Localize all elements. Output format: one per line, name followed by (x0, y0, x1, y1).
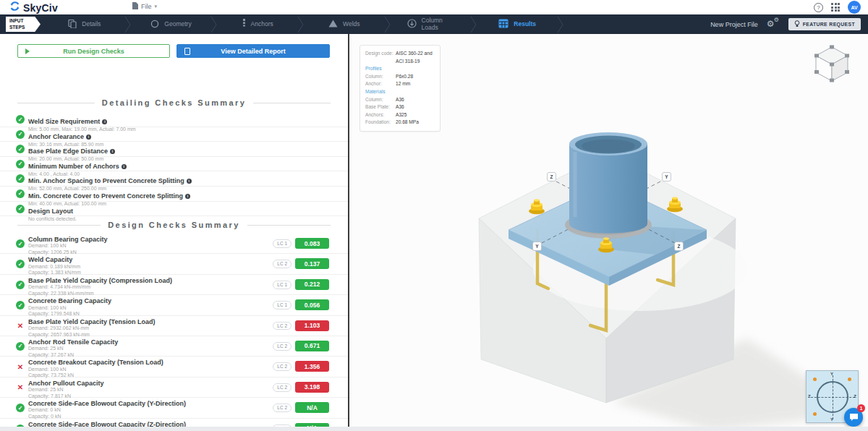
design-checks-heading: Design Checks Summary (17, 221, 331, 229)
materials-link[interactable]: Materials (365, 88, 435, 96)
ratio-badge: 0.671 (295, 341, 329, 351)
tab-label: Geometry (164, 21, 191, 28)
info-icon[interactable]: i (86, 135, 91, 140)
info-icon[interactable]: i (122, 164, 127, 169)
ratio-badge: 0.137 (295, 258, 329, 269)
info-label: Anchor: (365, 80, 396, 88)
tab-separator (124, 14, 132, 34)
check-pass-icon (16, 205, 25, 213)
info-value: 20.68 MPa (396, 119, 419, 127)
skyciv-logo[interactable]: SkyCiv (9, 1, 58, 14)
detailing-check-row: Base Plate Edge Distancei Min: 20.00 mm,… (0, 142, 348, 157)
help-icon[interactable]: ? (814, 3, 823, 12)
info-icon[interactable]: i (187, 179, 192, 184)
info-value: 12 mm (396, 80, 410, 88)
status-icon (16, 301, 25, 310)
design-check-row: Concrete Breakout Capacity (Tension Load… (0, 357, 348, 377)
skyciv-logo-icon (9, 1, 20, 14)
column-loads-icon (407, 19, 417, 30)
settings-gears-icon[interactable]: ⚙⚙ (767, 19, 780, 30)
run-design-checks-button[interactable]: Run Design Checks (17, 44, 170, 58)
axis-label-z: Z (854, 394, 856, 398)
info-label: Anchors: (365, 111, 396, 119)
status-icon (16, 260, 25, 268)
load-case-pill: LC 1 (273, 281, 292, 289)
tab-label: Column Loads (422, 17, 455, 32)
profiles-link[interactable]: Profiles (365, 65, 435, 73)
design-summary-info-box: Design code:AISC 360-22 and ACI 318-19 P… (359, 45, 441, 132)
svg-text:Z: Z (678, 244, 681, 249)
ratio-badge: N/A (295, 402, 329, 413)
info-label: Column: (365, 73, 396, 81)
axis-label-y-top: Y (663, 173, 671, 182)
axis-label-z: Z (808, 394, 811, 398)
info-label: Design code: (365, 50, 396, 65)
chat-icon (849, 413, 859, 422)
check-pass-icon (16, 145, 25, 153)
file-menu-label: File (141, 3, 152, 10)
info-value: A36 (396, 96, 404, 104)
details-icon (68, 20, 77, 30)
feature-request-button[interactable]: FEATURE REQUEST (788, 18, 861, 30)
workflow-nav-bar: INPUTSTEPS Details Geometry Anchors Weld… (0, 14, 868, 34)
tab-anchors[interactable]: Anchors (218, 14, 297, 34)
design-checks-list: Column Bearing Capacity Demand: 100 kN C… (0, 234, 348, 431)
input-steps-tag: INPUTSTEPS (6, 17, 41, 32)
axis-label-y: Y (830, 372, 833, 376)
horizontal-scrollbar[interactable] (0, 427, 868, 431)
info-label: Column: (365, 96, 396, 104)
skyciv-logo-text: SkyCiv (23, 2, 58, 14)
info-value: P6x0.28 (396, 73, 413, 81)
report-button-label: View Detailed Report (221, 48, 285, 55)
design-check-row: Anchor Rod Tensile Capacity Demand: 25 k… (0, 336, 348, 357)
check-pass-icon (16, 174, 25, 183)
file-icon (132, 2, 138, 11)
viewer-panel[interactable]: Z Y Y Z Design code:AISC 360-22 and ACI … (349, 34, 868, 431)
check-pass-icon (16, 189, 25, 198)
info-icon[interactable]: i (110, 149, 115, 154)
file-menu[interactable]: File ▾ (132, 2, 157, 11)
tab-separator (297, 14, 305, 34)
apps-grid-icon[interactable] (831, 3, 840, 12)
load-case-pill: LC 1 (273, 239, 292, 248)
tab-welds[interactable]: Welds (305, 14, 384, 34)
view-detailed-report-button[interactable]: View Detailed Report (176, 44, 330, 58)
detailing-check-row: Min. Concrete Cover to Prevent Concrete … (0, 187, 348, 202)
ratio-badge: 0.212 (295, 279, 329, 290)
check-title: Anchor Clearance (28, 134, 84, 141)
anchor-dot (848, 377, 851, 381)
column-cylinder[interactable] (569, 132, 647, 234)
anchors-icon (242, 19, 246, 30)
view-cube-widget[interactable] (809, 40, 855, 87)
tab-label: Anchors (251, 21, 273, 28)
check-pass-icon (16, 160, 25, 168)
detailing-check-row: Anchor Clearancei Min: 30.16 mm, Actual:… (0, 127, 348, 142)
tab-label: Details (82, 21, 101, 28)
info-value: AISC 360-22 and ACI 318-19 (396, 50, 435, 65)
document-icon (184, 48, 190, 55)
new-project-file-button[interactable]: New Project File (710, 21, 758, 28)
load-case-pill: LC 2 (273, 260, 292, 268)
detailing-check-row: Minimum Number of Anchorsi Min: 4.00 , A… (0, 157, 348, 172)
status-icon (16, 239, 25, 248)
tab-geometry[interactable]: Geometry (132, 14, 211, 34)
axis-label-y: Y (830, 417, 833, 422)
ratio-badge: 1.103 (295, 320, 329, 331)
svg-text:Z: Z (550, 174, 553, 179)
info-value: A36 (396, 103, 404, 111)
column-section-circle (817, 381, 848, 413)
anchor-dot (813, 412, 817, 416)
avatar[interactable]: AV (848, 1, 861, 14)
check-title: Min. Concrete Cover to Prevent Concrete … (28, 193, 183, 200)
ratio-badge: 1.356 (295, 361, 329, 372)
tab-results[interactable]: Results (477, 14, 557, 34)
ratio-badge: 3.198 (295, 382, 329, 393)
info-label: Foundation: (365, 119, 396, 127)
results-panel: Run Design Checks View Detailed Report D… (0, 34, 348, 431)
tab-column-loads[interactable]: Column Loads (391, 14, 471, 34)
info-icon[interactable]: i (102, 119, 107, 124)
tab-details[interactable]: Details (45, 14, 124, 34)
detailing-checks-heading: Detailing Checks Summary (17, 98, 331, 107)
detailing-check-row: Min. Anchor Spacing to Prevent Concrete … (0, 171, 348, 187)
info-icon[interactable]: i (185, 194, 190, 199)
